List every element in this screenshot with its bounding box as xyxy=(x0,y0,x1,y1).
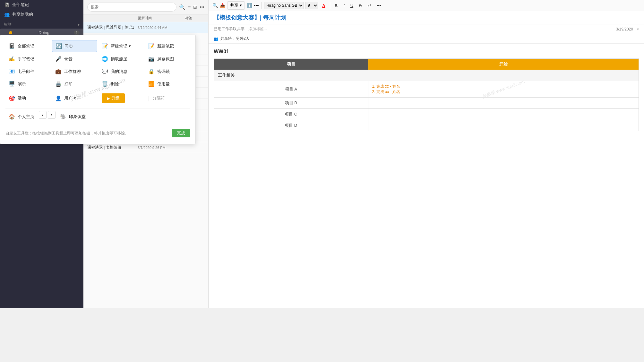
editor-title: 【模板创意大赛】| 每周计划 xyxy=(214,14,639,22)
dd-activity[interactable]: 🎯 活动 xyxy=(5,91,51,106)
dd-sep-item: | 分隔符 xyxy=(145,91,190,106)
dd-workchat[interactable]: 💼 工作群聊 xyxy=(52,66,97,77)
messages-dd-icon: 💬 xyxy=(102,68,108,74)
dd-present[interactable]: 🖥️ 演示 xyxy=(5,78,51,90)
email-dd-icon: 📧 xyxy=(9,68,15,74)
dd-new-note[interactable]: 📝 新建笔记 xyxy=(145,40,190,52)
ed-sep xyxy=(261,2,262,9)
note-list-header: 🔍 ≡ ⊞ ••• xyxy=(83,0,208,14)
strikethrough-button[interactable]: S̶ xyxy=(357,2,364,9)
all-notes-icon: 📓 xyxy=(4,2,10,7)
project-a-action: 1. 完成 xx - 姓名 2. 完成 xx - 姓名 兴趣屋 www.xqu5… xyxy=(368,81,639,98)
dd-evernote[interactable]: 🐘 印象识堂 xyxy=(57,111,89,122)
dd-print[interactable]: 🖨️ 打印 xyxy=(52,78,97,90)
weekly-table: 项目 开始 工作相关 项目 A 1. 完成 xx - 姓名 xyxy=(214,58,639,131)
font-size-select[interactable]: 9 xyxy=(305,2,318,9)
upgrade-icon: ▶ xyxy=(107,96,110,101)
add-tag-field[interactable]: 添加标签... xyxy=(248,26,267,32)
clip-dd-icon: 🌐 xyxy=(102,56,108,62)
dd-usage[interactable]: 📶 使用量 xyxy=(145,78,190,90)
dd-messages[interactable]: 💬 我的消息 xyxy=(99,66,144,77)
search-button[interactable]: 🔍 xyxy=(179,4,185,10)
share-button[interactable]: 共享 ▾ xyxy=(227,1,245,10)
dd-clip[interactable]: 🌐 摘取趣屋 xyxy=(99,53,144,65)
font-color-button[interactable]: A xyxy=(320,2,327,9)
activity-dd-icon: 🎯 xyxy=(9,95,15,101)
done-button[interactable]: 完成 xyxy=(172,129,190,137)
editor-header: 【模板创意大赛】| 每周计划 xyxy=(209,11,644,24)
sidebar-all-notes[interactable]: 📓 全部笔记 xyxy=(0,0,83,10)
notebook-dd-icon: 📓 xyxy=(9,43,15,49)
dd-prev-button[interactable]: ‹ xyxy=(39,111,47,119)
workchat-dd-icon: 💼 xyxy=(55,68,62,74)
filter-icon[interactable]: ⊞ xyxy=(193,4,197,10)
notebook-share-label: 已用工作群联共享 xyxy=(214,26,245,32)
record-dd-icon: 🎤 xyxy=(55,56,62,62)
cell-watermark: 兴趣屋 www.xqu5.com xyxy=(481,79,526,100)
more-format-icon[interactable]: ••• xyxy=(375,2,383,9)
project-d-action xyxy=(368,120,639,131)
editor-date: 3/19/2020 xyxy=(616,27,633,31)
dropdown-nav: ‹ › xyxy=(39,111,56,122)
share-icon[interactable]: 📤 xyxy=(220,3,225,8)
dd-email[interactable]: 📧 电子邮件 xyxy=(5,66,51,77)
dd-next-button[interactable]: › xyxy=(48,111,56,119)
underline-button[interactable]: U xyxy=(348,2,355,9)
dd-all-notes[interactable]: 📓 全部笔记 xyxy=(5,40,51,52)
more-editor-icon[interactable]: ••• xyxy=(254,3,259,8)
tags-expand-icon: ▾ xyxy=(78,22,80,27)
dd-record[interactable]: 🎤 录音 xyxy=(52,53,97,65)
dd-password[interactable]: 🔒 密码锁 xyxy=(145,66,190,77)
dropdown-grid: 📓 全部笔记 🔄 同步 📝 新建笔记 ▾ 📝 新建笔记 ✍️ 手写笔记 🎤 xyxy=(5,40,190,106)
home-dd-icon: 🏠 xyxy=(9,114,15,120)
editor-toolbar: 🔍 📤 共享 ▾ ℹ️ ••• Hiragino Sans GB 9 A B I… xyxy=(209,0,644,11)
bold-button[interactable]: B xyxy=(333,2,339,9)
search-note-icon[interactable]: 🔍 xyxy=(212,3,218,8)
dd-screenshot[interactable]: 📷 屏幕截图 xyxy=(145,53,190,65)
user-dd-icon: 👤 xyxy=(55,95,62,101)
info-icon[interactable]: ℹ️ xyxy=(247,3,252,8)
upgrade-button[interactable]: ▶ 升级 xyxy=(102,93,125,103)
more-icon[interactable]: ••• xyxy=(200,4,204,10)
search-input[interactable] xyxy=(87,3,176,12)
date-expand-icon[interactable]: ▾ xyxy=(637,27,639,31)
col-start-header: 开始 xyxy=(368,59,639,70)
dd-handwrite[interactable]: ✍️ 手写笔记 xyxy=(5,53,51,65)
toolbar-dropdown: 📓 全部笔记 🔄 同步 📝 新建笔记 ▾ 📝 新建笔记 ✍️ 手写笔记 🎤 xyxy=(0,35,196,144)
dropdown-overlay[interactable]: 📓 全部笔记 🔄 同步 📝 新建笔记 ▾ 📝 新建笔记 ✍️ 手写笔记 🎤 xyxy=(0,0,644,362)
weekly-title: WW01 xyxy=(214,49,639,55)
ed-sep2 xyxy=(330,2,330,9)
project-b-action xyxy=(368,98,639,109)
handwrite-dd-icon: ✍️ xyxy=(9,56,15,62)
note-row[interactable]: 课程演示 | 思维导图 | 笔记1 3/19/2020 9:44 AM xyxy=(83,22,208,33)
sidebar-shared[interactable]: 👥 共享给我的 xyxy=(0,10,83,19)
dd-delete[interactable]: 🗑️ 删除 xyxy=(99,78,144,90)
superscript-button[interactable]: x² xyxy=(365,2,373,9)
project-a-cell: 项目 A xyxy=(214,81,368,98)
editor-meta: 已用工作群联共享 添加标签... 3/19/2020 ▾ xyxy=(209,24,644,34)
dropdown-divider-2 xyxy=(5,125,190,125)
dropdown-footer: 自定义工具栏：按按钮拖到工具栏上即可添加按钮，将其拖出即可移除。 完成 xyxy=(5,128,190,139)
password-dd-icon: 🔒 xyxy=(148,68,155,74)
project-c-action xyxy=(368,109,639,120)
share-people-icon: 👥 xyxy=(214,37,219,41)
new-note-dd-icon: 📝 xyxy=(102,43,108,49)
dd-new-note-arrow[interactable]: 📝 新建笔记 ▾ xyxy=(99,40,144,52)
new-note2-dd-icon: 📝 xyxy=(148,43,155,49)
dd-user[interactable]: 👤 用户 ▾ xyxy=(52,91,97,106)
dd-personal-home[interactable]: 🏠 个人主页 xyxy=(5,111,38,122)
dd-sync[interactable]: 🔄 同步 xyxy=(52,40,97,52)
shared-icon: 👥 xyxy=(4,12,10,17)
section-work: 工作相关 xyxy=(214,70,639,81)
italic-button[interactable]: I xyxy=(341,2,347,9)
font-family-select[interactable]: Hiragino Sans GB xyxy=(264,2,304,9)
tags-section-title: 标签 ▾ xyxy=(0,19,83,29)
project-d-cell: 项目 D xyxy=(214,120,368,131)
sync-dd-icon: 🔄 xyxy=(56,43,62,49)
sort-icon[interactable]: ≡ xyxy=(188,4,191,10)
dd-upgrade-item[interactable]: ▶ 升级 xyxy=(99,91,144,106)
note-list-col-header: 更新时间 标签 xyxy=(83,14,208,22)
project-c-cell: 项目 C xyxy=(214,109,368,120)
bottom-row: 🏠 个人主页 ‹ › 🐘 印象识堂 xyxy=(5,111,190,122)
editor-content: WW01 项目 开始 工作相关 项目 A xyxy=(209,44,644,308)
